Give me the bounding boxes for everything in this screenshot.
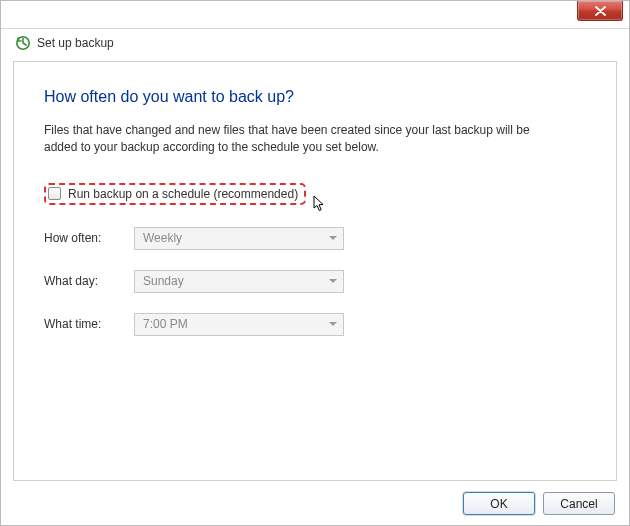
schedule-checkbox[interactable]	[48, 187, 61, 200]
dropdown-how-often-value: Weekly	[143, 231, 182, 245]
window-title: Set up backup	[37, 36, 114, 50]
dropdown-how-often[interactable]: Weekly	[134, 227, 344, 250]
chevron-down-icon	[329, 236, 337, 240]
content-panel: How often do you want to back up? Files …	[13, 61, 617, 481]
close-icon	[595, 6, 606, 16]
dialog-footer: OK Cancel	[463, 492, 615, 515]
dropdown-what-day[interactable]: Sunday	[134, 270, 344, 293]
schedule-checkbox-label: Run backup on a schedule (recommended)	[68, 187, 298, 201]
window-header: Set up backup	[15, 35, 114, 51]
label-what-day: What day:	[44, 274, 134, 288]
chevron-down-icon	[329, 322, 337, 326]
ok-button[interactable]: OK	[463, 492, 535, 515]
page-description: Files that have changed and new files th…	[44, 122, 564, 157]
row-what-day: What day: Sunday	[44, 270, 586, 293]
schedule-checkbox-row[interactable]: Run backup on a schedule (recommended)	[44, 183, 306, 205]
dropdown-what-day-value: Sunday	[143, 274, 184, 288]
dropdown-what-time[interactable]: 7:00 PM	[134, 313, 344, 336]
close-button[interactable]	[577, 1, 623, 21]
cancel-button[interactable]: Cancel	[543, 492, 615, 515]
titlebar	[1, 1, 629, 29]
backup-icon	[15, 35, 31, 51]
row-what-time: What time: 7:00 PM	[44, 313, 586, 336]
label-how-often: How often:	[44, 231, 134, 245]
row-how-often: How often: Weekly	[44, 227, 586, 250]
cursor-icon	[312, 195, 328, 216]
dropdown-what-time-value: 7:00 PM	[143, 317, 188, 331]
label-what-time: What time:	[44, 317, 134, 331]
page-heading: How often do you want to back up?	[44, 88, 586, 106]
chevron-down-icon	[329, 279, 337, 283]
